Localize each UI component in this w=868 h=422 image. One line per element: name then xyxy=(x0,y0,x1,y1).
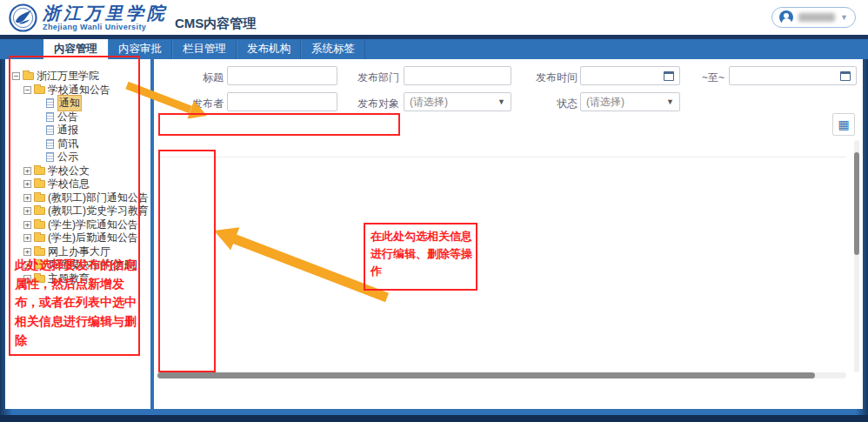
filter-label-5: 发布对象 xyxy=(349,97,399,111)
tree-node-label: 浙江万里学院 xyxy=(37,69,99,84)
filter-input-3[interactable] xyxy=(729,66,857,85)
tree-expander-icon[interactable]: + xyxy=(23,234,31,242)
folder-icon xyxy=(34,167,45,175)
calendar-icon[interactable] xyxy=(664,71,674,81)
tree-node-label: (学生)后勤通知公告 xyxy=(48,231,138,245)
chevron-down-icon: ▼ xyxy=(497,97,505,106)
tree-expander-icon[interactable]: + xyxy=(23,261,31,269)
filter-select-5[interactable]: (请选择)▼ xyxy=(404,92,511,111)
tree-expander-icon[interactable]: + xyxy=(23,248,31,256)
tree-node-label: (教职工)部门通知公告 xyxy=(48,191,149,205)
tree-node[interactable]: 通报 xyxy=(12,124,147,137)
document-icon xyxy=(46,98,54,108)
tree-node[interactable]: +学校公文 xyxy=(12,164,147,178)
document-icon xyxy=(46,139,54,149)
tree-spacer xyxy=(35,99,43,107)
tree-expander-icon[interactable]: − xyxy=(12,72,20,80)
tree-node-label: 学校信息 xyxy=(48,177,90,191)
tree-node[interactable]: +(学生)学院通知公告 xyxy=(12,218,147,232)
filter-label-6: 状态 xyxy=(528,97,578,111)
page-title: CMS内容管理 xyxy=(175,16,256,32)
tree-node[interactable]: 通知 xyxy=(12,97,147,111)
tree-node[interactable]: +(学生)后勤通知公告 xyxy=(12,231,147,245)
tree-node[interactable]: 公告 xyxy=(12,111,147,124)
tree-node-label: 学校公文 xyxy=(48,164,90,178)
filter-input-0[interactable] xyxy=(227,66,337,85)
tree-spacer xyxy=(35,113,43,121)
main-nav-tabs: 内容管理内容审批栏目管理发布机构系统标签 xyxy=(0,39,868,59)
tree-node-label: 页面模块控件[勿删] xyxy=(48,258,137,272)
folder-icon xyxy=(34,221,45,229)
university-logo: 浙江万里学院 Zhejiang Wanli University xyxy=(9,3,168,32)
vertical-scrollbar-thumb[interactable] xyxy=(854,152,859,255)
tree-node[interactable]: +网上办事大厅 xyxy=(12,245,147,259)
chevron-down-icon: ▼ xyxy=(840,13,848,22)
tree-node-label: 主题教育 xyxy=(48,271,90,286)
tree-node-label: (学生)学院通知公告 xyxy=(48,218,138,232)
chevron-down-icon: ▼ xyxy=(666,97,674,106)
app-header: 浙江万里学院 Zhejiang Wanli University CMS内容管理… xyxy=(0,0,868,35)
calendar-icon[interactable] xyxy=(840,71,851,81)
filter-label-3: ~至~ xyxy=(697,70,724,85)
folder-icon xyxy=(34,180,45,188)
user-menu[interactable]: ▼ xyxy=(771,7,856,28)
category-tree: −浙江万里学院−学校通知公告通知公告通报简讯公示+学校公文+学校信息+(教职工)… xyxy=(5,59,150,285)
page-footer-bar xyxy=(0,415,868,422)
tree-node-label: 公示 xyxy=(57,150,78,164)
user-name-redacted xyxy=(798,13,835,22)
filter-select-6[interactable]: (请选择)▼ xyxy=(580,92,680,111)
tree-node[interactable]: −浙江万里学院 xyxy=(12,70,147,84)
filter-label-1: 发布部门 xyxy=(349,70,399,85)
tree-node-label: (教职工)党史学习教育 xyxy=(48,204,149,218)
document-icon xyxy=(46,152,54,162)
tree-node[interactable]: 公示 xyxy=(12,151,147,164)
tab-publish-org[interactable]: 发布机构 xyxy=(237,39,301,59)
tree-node-label: 通报 xyxy=(57,123,78,137)
filter-value: (请选择) xyxy=(586,95,624,110)
folder-icon xyxy=(34,248,45,256)
tab-system-tags[interactable]: 系统标签 xyxy=(301,39,365,59)
folder-icon xyxy=(34,86,45,94)
category-tree-panel: −浙江万里学院−学校通知公告通知公告通报简讯公示+学校公文+学校信息+(教职工)… xyxy=(5,59,150,409)
user-avatar-icon xyxy=(779,10,793,24)
tree-node[interactable]: 简讯 xyxy=(12,137,147,151)
tree-node-label: 简讯 xyxy=(57,137,78,151)
tree-node-label: 网上办事大厅 xyxy=(48,244,110,259)
tab-content-management[interactable]: 内容管理 xyxy=(43,39,108,59)
folder-icon xyxy=(34,234,45,242)
filter-label-0: 标题 xyxy=(171,70,224,85)
filter-label-4: 发布者 xyxy=(171,97,224,111)
tree-node[interactable]: +(教职工)党史学习教育 xyxy=(12,204,147,218)
tree-node[interactable]: +页面模块控件[勿删] xyxy=(12,258,147,272)
tree-node[interactable]: +(教职工)部门通知公告 xyxy=(12,191,147,205)
horizontal-scrollbar xyxy=(157,372,846,378)
tree-expander-icon[interactable]: + xyxy=(23,207,31,215)
horizontal-scrollbar-thumb[interactable] xyxy=(157,372,815,378)
tree-expander-icon[interactable]: + xyxy=(23,180,31,188)
filter-value: (请选择) xyxy=(410,95,448,110)
filter-input-4[interactable] xyxy=(227,92,337,111)
column-settings-button[interactable]: ▦ xyxy=(832,113,855,136)
tree-node[interactable]: +主题教育 xyxy=(12,272,147,286)
tree-expander-icon[interactable]: + xyxy=(23,221,31,229)
folder-icon xyxy=(34,261,45,269)
filter-input-1[interactable] xyxy=(404,66,511,85)
tab-column-management[interactable]: 栏目管理 xyxy=(172,39,237,59)
university-name-en: Zhejiang Wanli University xyxy=(43,23,168,31)
content-table xyxy=(157,137,846,157)
university-name-cn: 浙江万里学院 xyxy=(43,4,168,22)
tree-node-label: 公告 xyxy=(57,110,78,124)
folder-icon xyxy=(34,275,45,283)
tree-expander-icon[interactable]: + xyxy=(23,275,31,283)
filter-input-2[interactable] xyxy=(580,66,680,85)
tree-node[interactable]: +学校信息 xyxy=(12,178,147,191)
document-icon xyxy=(46,112,54,122)
table-header-row xyxy=(157,137,846,157)
tree-expander-icon[interactable]: + xyxy=(23,167,31,175)
university-seal-icon xyxy=(9,3,37,32)
tree-expander-icon[interactable]: + xyxy=(23,194,31,202)
document-icon xyxy=(46,125,54,135)
tab-content-approval[interactable]: 内容审批 xyxy=(108,39,172,59)
tree-expander-icon[interactable]: − xyxy=(23,86,31,94)
folder-icon xyxy=(23,72,34,80)
